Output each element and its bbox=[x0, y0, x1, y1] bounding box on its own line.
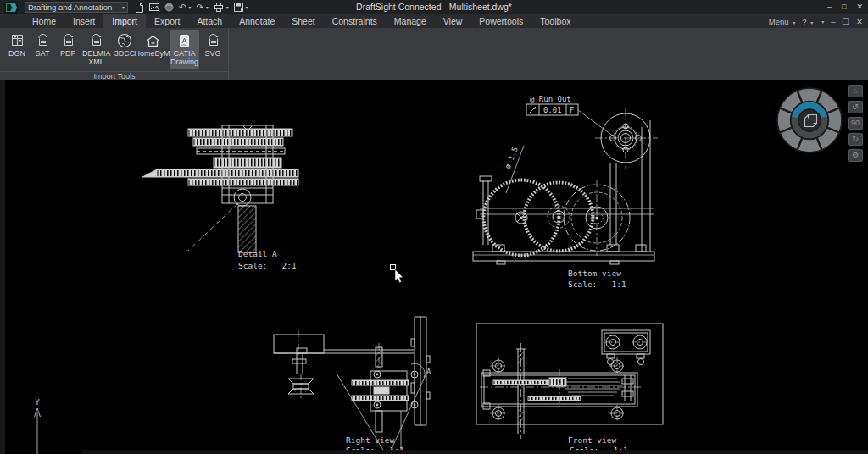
doc-close-button[interactable]: ✕ bbox=[856, 17, 863, 26]
quick-access-toolbar: ↶▾ ↷▾ ▾ ▾ bbox=[135, 3, 248, 13]
delmia-xml-file-icon bbox=[89, 32, 103, 49]
chevron-down-icon: ▾ bbox=[206, 4, 209, 10]
import-tools-group: DGN SAT PDF bbox=[0, 28, 229, 80]
window-controls: – □ ✕ bbox=[827, 1, 863, 14]
import-3dcc-button[interactable]: 3DCC bbox=[113, 30, 136, 60]
chevron-down-icon: ▾ bbox=[226, 4, 229, 10]
orbit-ccw-button[interactable]: ↺ bbox=[848, 101, 863, 114]
runout-datum: F bbox=[570, 106, 574, 114]
render-sphere-icon[interactable] bbox=[164, 3, 174, 12]
dgn-file-icon bbox=[10, 32, 25, 49]
draftsight-logo-icon bbox=[4, 2, 19, 14]
detail-a-title: Detail A bbox=[238, 249, 277, 258]
diameter-dimension: ø 1.5 bbox=[504, 146, 520, 170]
print-icon[interactable]: ▾ bbox=[214, 3, 229, 12]
svg-file-icon bbox=[206, 32, 220, 49]
ucs-y-label: Y bbox=[35, 398, 40, 407]
tab-view[interactable]: View bbox=[435, 14, 471, 28]
right-view-title: Right view bbox=[346, 435, 394, 445]
ucs-y-axis bbox=[35, 408, 41, 454]
canvas-left-border bbox=[0, 80, 5, 454]
chevron-down-icon: ▾ bbox=[246, 4, 248, 10]
detail-a-scale: Scale: 2:1 bbox=[238, 261, 297, 270]
right-view bbox=[274, 317, 430, 454]
window-title: DraftSight Connected - Multisheet.dwg* bbox=[356, 2, 512, 12]
doc-minimize-button[interactable]: – bbox=[831, 17, 835, 26]
import-homebyme-button[interactable]: HomeByMe bbox=[138, 30, 168, 60]
workspace-selector[interactable]: Drafting and Annotation ▾ bbox=[25, 2, 128, 13]
import-catia-drawing-button[interactable]: CATIA Drawing bbox=[170, 30, 199, 69]
draftsight-window: Drafting and Annotation ▾ ↶▾ ↷▾ ▾ bbox=[0, 0, 868, 454]
crosshair-cursor bbox=[391, 265, 403, 283]
tab-export[interactable]: Export bbox=[146, 14, 188, 28]
minimize-button[interactable]: – bbox=[827, 1, 832, 14]
import-delmia-xml-button[interactable]: DELMIA XML bbox=[81, 30, 111, 69]
chevron-down-icon: ▾ bbox=[793, 20, 795, 25]
tab-home[interactable]: Home bbox=[24, 14, 64, 28]
new-drawing-icon[interactable] bbox=[135, 3, 144, 13]
globe-icon bbox=[117, 32, 132, 49]
front-view-title: Front view bbox=[568, 435, 616, 445]
chevron-down-icon: ▾ bbox=[122, 4, 125, 10]
sat-file-icon bbox=[36, 32, 50, 49]
canvas-bottom-border bbox=[81, 450, 868, 454]
ribbon-tab-bar: Home Insert Import Export Attach Annotat… bbox=[0, 14, 868, 28]
bottom-view-scale: Scale: 1:1 bbox=[568, 280, 626, 289]
home-view-button[interactable]: ⌂ bbox=[848, 85, 863, 97]
ribbon-tabs: Home Insert Import Export Attach Annotat… bbox=[24, 14, 579, 28]
view-tools-toolbar: ⌂ ↺ 90 ↻ ⚙ bbox=[848, 85, 863, 162]
pdf-file-icon bbox=[61, 32, 75, 49]
help-button[interactable]: ? ▾ bbox=[802, 17, 813, 26]
tab-powertools[interactable]: Powertools bbox=[470, 14, 531, 28]
rotate-90-button[interactable]: 90 bbox=[848, 117, 863, 130]
tab-constraints[interactable]: Constraints bbox=[324, 14, 386, 28]
import-pdf-button[interactable]: PDF bbox=[56, 30, 80, 60]
chevron-down-icon: ▾ bbox=[810, 20, 813, 25]
tab-manage[interactable]: Manage bbox=[386, 14, 435, 28]
tab-toolbox[interactable]: Toolbox bbox=[531, 14, 579, 28]
doc-restore-button[interactable]: ❐ bbox=[843, 17, 850, 26]
document-window-controls: Menu ▾ ? ▾ ▾ – ❐ ✕ bbox=[769, 14, 863, 28]
menu-button[interactable]: Menu ▾ bbox=[769, 17, 795, 26]
close-button[interactable]: ✕ bbox=[856, 1, 863, 14]
orbit-cw-button[interactable]: ↻ bbox=[848, 133, 863, 146]
bottom-view-title: Bottom view bbox=[568, 269, 621, 278]
title-bar: Drafting and Annotation ▾ ↶▾ ↷▾ ▾ bbox=[0, 0, 868, 14]
tab-attach[interactable]: Attach bbox=[188, 14, 231, 28]
export-image-icon[interactable] bbox=[149, 3, 159, 12]
import-sat-button[interactable]: SAT bbox=[31, 30, 54, 60]
import-svg-button[interactable]: SVG bbox=[201, 30, 225, 60]
drawing-viewport[interactable]: Detail A Scale: 2:1 @ Run Out 0.01 F bbox=[0, 80, 868, 454]
runout-tolerance: 0.01 bbox=[543, 106, 562, 114]
detail-marker: A bbox=[426, 368, 431, 376]
tab-sheet[interactable]: Sheet bbox=[283, 14, 323, 28]
detail-a-view bbox=[142, 125, 298, 252]
bottom-view bbox=[473, 108, 658, 264]
tab-insert[interactable]: Insert bbox=[64, 14, 103, 28]
house-icon bbox=[145, 32, 161, 49]
view-cube-icon bbox=[805, 115, 817, 127]
multisheet-drawing: Detail A Scale: 2:1 @ Run Out 0.01 F bbox=[0, 80, 868, 454]
undo-icon[interactable]: ↶▾ bbox=[179, 3, 191, 12]
redo-icon[interactable]: ↷▾ bbox=[196, 3, 208, 12]
tab-annotate[interactable]: Annotate bbox=[231, 14, 283, 28]
workspace-label: Drafting and Annotation bbox=[28, 3, 120, 12]
settings-button[interactable]: ⚙ bbox=[848, 149, 863, 162]
save-icon[interactable]: ▾ bbox=[234, 3, 248, 12]
catia-drawing-icon bbox=[177, 32, 192, 49]
chevron-down-icon: ▾ bbox=[188, 4, 191, 10]
runout-title: @ Run Out bbox=[530, 95, 571, 103]
maximize-button[interactable]: □ bbox=[842, 1, 846, 14]
import-dgn-button[interactable]: DGN bbox=[5, 30, 29, 60]
tab-import[interactable]: Import bbox=[103, 14, 146, 28]
ribbon-group-label: Import Tools bbox=[0, 71, 229, 80]
collapse-ribbon-icon[interactable]: ▾ bbox=[821, 19, 824, 25]
ribbon: DGN SAT PDF bbox=[0, 28, 868, 80]
front-view bbox=[476, 324, 663, 439]
navigation-wheel[interactable] bbox=[776, 86, 843, 157]
